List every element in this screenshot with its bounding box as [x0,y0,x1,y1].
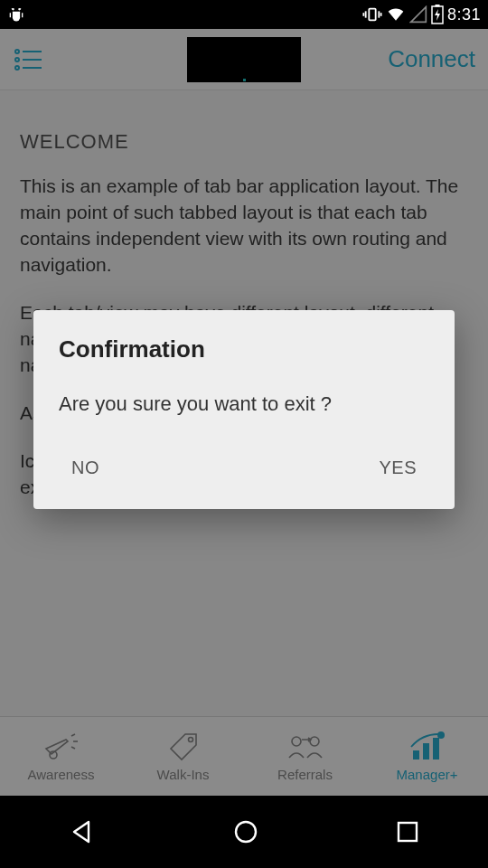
svg-point-31 [236,822,256,842]
dialog-title: Confirmation [59,335,429,363]
android-debug-icon [7,5,25,24]
battery-charging-icon [431,5,444,24]
no-button[interactable]: NO [62,452,108,484]
confirmation-dialog: Confirmation Are you sure you want to ex… [33,310,455,509]
svg-marker-13 [435,9,440,21]
home-button[interactable] [232,818,259,845]
svg-rect-32 [399,823,417,841]
svg-rect-6 [369,9,375,21]
vibrate-icon [362,5,382,24]
android-nav-bar [0,796,488,868]
back-button[interactable] [69,818,96,845]
yes-button[interactable]: YES [370,452,426,484]
status-time: 8:31 [447,5,481,24]
triangle-back-icon [69,818,96,845]
status-bar: 8:31 [0,0,488,29]
dialog-actions: NO YES [59,443,429,498]
square-recents-icon [396,820,419,844]
svg-rect-12 [435,5,439,7]
recents-button[interactable] [396,820,419,844]
circle-home-icon [232,818,259,845]
dialog-message: Are you sure you want to exit ? [59,392,429,416]
wifi-icon [386,5,406,24]
cell-signal-icon [409,5,427,24]
